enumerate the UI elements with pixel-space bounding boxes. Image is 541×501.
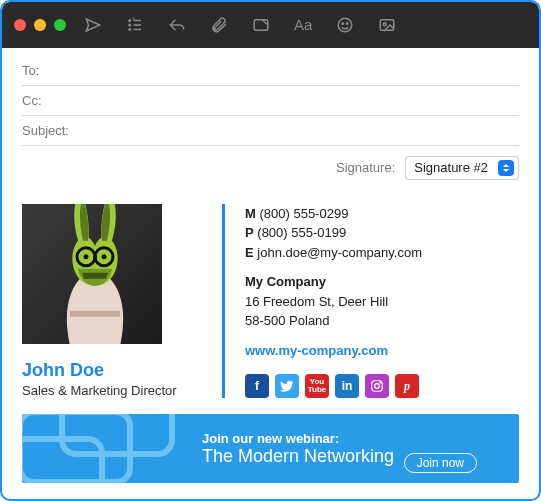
- youtube-icon[interactable]: You Tube: [305, 374, 329, 398]
- window-titlebar: Aa: [2, 2, 539, 48]
- banner-line-2: The Modern Networking: [202, 446, 394, 467]
- signature-select-value: Signature #2: [414, 160, 488, 175]
- banner-line-1: Join our new webinar:: [202, 431, 394, 446]
- reply-icon[interactable]: [168, 16, 186, 34]
- banner-text: Join our new webinar: The Modern Network…: [202, 431, 394, 467]
- social-icons: f You Tube in p: [245, 374, 519, 398]
- address-line-2: 58-500 Poland: [245, 311, 519, 331]
- to-input[interactable]: [82, 63, 519, 78]
- email-label: E: [245, 245, 254, 260]
- svg-rect-22: [62, 414, 172, 454]
- select-stepper-icon: [498, 160, 514, 176]
- to-field-row: To:: [22, 56, 519, 86]
- window-controls: [14, 19, 66, 31]
- facebook-icon[interactable]: f: [245, 374, 269, 398]
- close-window-button[interactable]: [14, 19, 26, 31]
- minimize-window-button[interactable]: [34, 19, 46, 31]
- cc-label: Cc:: [22, 93, 82, 108]
- zoom-window-button[interactable]: [54, 19, 66, 31]
- signature-name: John Doe: [22, 360, 202, 381]
- avatar: [22, 204, 162, 344]
- company-name: My Company: [245, 272, 519, 292]
- svg-point-17: [102, 254, 107, 259]
- svg-point-7: [339, 18, 353, 32]
- email-signature: John Doe Sales & Marketing Director M (8…: [2, 180, 539, 407]
- svg-rect-12: [70, 311, 120, 317]
- join-now-button[interactable]: Join now: [404, 453, 477, 473]
- subject-field-row: Subject:: [22, 116, 519, 146]
- banner-decoration: [22, 414, 212, 483]
- list-icon[interactable]: [126, 16, 144, 34]
- font-icon[interactable]: Aa: [294, 16, 312, 33]
- format-icon[interactable]: [252, 16, 270, 34]
- svg-point-16: [84, 254, 89, 259]
- phone-label: P: [245, 225, 254, 240]
- mobile-value: (800) 555-0299: [259, 206, 348, 221]
- subject-input[interactable]: [82, 123, 519, 138]
- signature-select[interactable]: Signature #2: [405, 156, 519, 180]
- send-icon[interactable]: [84, 16, 102, 34]
- emoji-icon[interactable]: [336, 16, 354, 34]
- svg-point-2: [129, 29, 131, 31]
- signature-details: M (800) 555-0299 P (800) 555-0199 E john…: [245, 204, 519, 399]
- subject-label: Subject:: [22, 123, 82, 138]
- pinterest-icon[interactable]: p: [395, 374, 419, 398]
- compose-header: To: Cc: Subject:: [2, 48, 539, 146]
- photo-icon[interactable]: [378, 16, 396, 34]
- twitter-icon[interactable]: [275, 374, 299, 398]
- email-value: john.doe@my-company.com: [257, 245, 422, 260]
- signature-title: Sales & Marketing Director: [22, 383, 202, 398]
- signature-left: John Doe Sales & Marketing Director: [22, 204, 202, 399]
- toolbar: Aa: [84, 16, 396, 34]
- signature-picker-row: Signature: Signature #2: [2, 146, 539, 180]
- svg-point-0: [129, 20, 131, 22]
- cc-input[interactable]: [82, 93, 519, 108]
- address-line-1: 16 Freedom St, Deer Hill: [245, 292, 519, 312]
- svg-rect-21: [22, 414, 130, 482]
- svg-point-1: [129, 24, 131, 26]
- webinar-banner[interactable]: Join our new webinar: The Modern Network…: [22, 414, 519, 483]
- mobile-label: M: [245, 206, 256, 221]
- to-label: To:: [22, 63, 82, 78]
- linkedin-icon[interactable]: in: [335, 374, 359, 398]
- svg-point-20: [380, 382, 381, 383]
- svg-point-9: [347, 23, 349, 25]
- svg-point-11: [384, 23, 387, 26]
- signature-divider: [222, 204, 225, 399]
- svg-point-19: [375, 384, 380, 389]
- attachment-icon[interactable]: [210, 16, 228, 34]
- signature-picker-label: Signature:: [336, 160, 395, 175]
- svg-point-8: [342, 23, 344, 25]
- website-link[interactable]: www.my-company.com: [245, 341, 519, 361]
- phone-value: (800) 555-0199: [257, 225, 346, 240]
- instagram-icon[interactable]: [365, 374, 389, 398]
- svg-rect-6: [254, 20, 268, 31]
- cc-field-row: Cc:: [22, 86, 519, 116]
